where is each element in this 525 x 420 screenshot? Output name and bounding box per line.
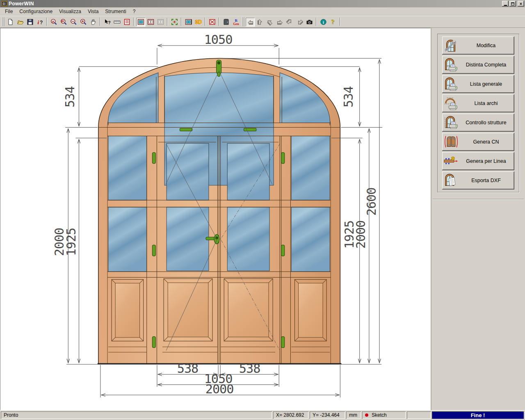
genera-cn-button[interactable]: Genera CN [442, 133, 514, 151]
dim-top-width: 1050 [204, 32, 233, 47]
toolbar-grabber[interactable] [242, 17, 244, 26]
zoom-window-button[interactable]: W [59, 17, 68, 27]
pan-hand-icon [90, 18, 97, 25]
svg-text:3D: 3D [195, 19, 202, 25]
report-list-button[interactable] [122, 17, 132, 27]
leaf-hinge [281, 337, 285, 348]
side-panel: Modifica Distinta Completa Lista general… [431, 28, 525, 410]
window-title: PowerWIN [9, 1, 501, 7]
toolbar-separator [100, 18, 100, 26]
minimize-icon [504, 5, 507, 6]
save-button[interactable] [25, 17, 35, 27]
red-list-icon [123, 18, 130, 25]
title-bar[interactable]: PowerWIN × [0, 0, 525, 7]
menu-configurazione[interactable]: Configurazione [16, 8, 56, 15]
zoom-window-icon: W [60, 18, 67, 25]
app-window: PowerWIN × File Configurazione Visualizz… [0, 0, 525, 420]
button-label: Lista generale [460, 81, 514, 87]
esporta-dxf-button[interactable]: Esporta DXF [442, 171, 514, 189]
view-direction-6-button[interactable] [294, 17, 304, 27]
lista-archi-button[interactable]: Lista archi [442, 94, 514, 112]
view-direction-1-button[interactable] [245, 17, 255, 27]
view-cube-icon [276, 18, 283, 25]
frame-section-button[interactable] [183, 17, 193, 27]
svg-text:?: ? [331, 18, 334, 25]
view-frame-blue-button[interactable] [136, 17, 146, 27]
status-unit: mm [346, 411, 361, 419]
new-file-button[interactable] [5, 17, 15, 27]
distinta-completa-button[interactable]: Distinta Completa [442, 56, 514, 74]
drawing-canvas[interactable]: 1050 534 534 2000 1925 1925 2000 2600 53… [0, 28, 431, 410]
zoom-in-button[interactable] [78, 17, 88, 27]
door-tool-button[interactable] [221, 17, 231, 27]
pan-button[interactable] [88, 17, 98, 27]
3d-icon: 3D [195, 18, 202, 25]
view-cube-icon [257, 18, 264, 25]
door-drawing[interactable]: 1050 534 534 2000 1925 1925 2000 2600 53… [0, 28, 430, 410]
leaf-hinge [152, 337, 155, 348]
about-button[interactable]: i? [35, 17, 45, 27]
new-file-icon [7, 18, 14, 25]
view-cube-icon [296, 18, 303, 25]
zoom-out-button[interactable] [68, 17, 78, 27]
close-button[interactable]: × [518, 1, 524, 7]
sidelight-right-lower-glass [291, 207, 330, 272]
dim-arch-right: 534 [341, 87, 355, 107]
svg-text:W: W [61, 20, 64, 23]
view-3d-button[interactable]: 3D [193, 17, 203, 27]
dim-leaf-left: 538 [177, 361, 199, 376]
transom-hinge [244, 128, 256, 131]
window-printer-icon [442, 57, 460, 72]
menu-bar: File Configurazione Visualizza Vista Str… [0, 7, 525, 16]
controllo-strutture-button[interactable]: Controllo strutture [442, 114, 514, 132]
zoom-all-button[interactable]: A [49, 17, 59, 27]
status-message: Fine ! [432, 411, 524, 419]
camera-icon [306, 18, 313, 25]
leaf-right-upper-glass [227, 144, 269, 200]
restore-button[interactable] [509, 1, 516, 7]
toolbar-separator [181, 18, 182, 26]
view-direction-5-button[interactable] [285, 17, 294, 27]
view-direction-2-button[interactable] [255, 17, 265, 27]
menu-vista[interactable]: Vista [84, 8, 102, 15]
view-frame-outline-button[interactable] [146, 17, 155, 27]
open-file-button[interactable] [15, 17, 25, 27]
window-blue-edge-icon [185, 18, 192, 25]
zoom-all-icon: A [50, 18, 57, 25]
toolbar-separator [316, 18, 317, 26]
measure-button[interactable] [112, 17, 122, 27]
edit-window-wrench-icon [442, 38, 460, 53]
button-label: Modifica [460, 43, 514, 48]
red-x-box-icon [209, 18, 216, 25]
view-direction-4-button[interactable] [275, 17, 285, 27]
menu-file[interactable]: File [2, 8, 16, 15]
menu-help[interactable]: ? [130, 8, 139, 15]
sidelight-left-upper-glass [108, 136, 147, 200]
center-target-button[interactable] [169, 17, 179, 27]
help-button[interactable]: ?? [328, 17, 338, 27]
lista-generale-button[interactable]: Lista generale [442, 75, 514, 93]
genera-per-linea-button[interactable]: Genera per Linea [442, 152, 514, 170]
info-button[interactable]: i [318, 17, 328, 27]
minimize-button[interactable] [502, 1, 509, 7]
modifica-button[interactable]: Modifica [442, 37, 514, 55]
toolbar-grabber[interactable] [2, 17, 5, 26]
toolbar: i? A W ? 3D RGen i ?? [0, 16, 525, 28]
status-y-coordinate: Y= -234.464 [310, 411, 345, 419]
record-dot-icon [365, 413, 368, 417]
context-help-button[interactable]: ? [102, 17, 112, 27]
regen-button[interactable]: RGen [231, 17, 241, 27]
svg-text:?: ? [40, 19, 43, 25]
snapshot-button[interactable] [304, 17, 314, 27]
menu-strumenti[interactable]: Strumenti [102, 8, 129, 15]
delete-frame-button[interactable] [207, 17, 217, 27]
dim-total-height: 2600 [364, 188, 379, 216]
status-bar: Pronto X= 2802.692 Y= -234.464 mm Sketch… [0, 410, 525, 420]
view-frame-gray-button[interactable] [155, 17, 165, 27]
button-label: Distinta Completa [460, 62, 514, 68]
toolbar-separator [219, 18, 219, 26]
view-direction-3-button[interactable] [265, 17, 275, 27]
close-icon: × [520, 2, 522, 6]
menu-visualizza[interactable]: Visualizza [56, 8, 84, 15]
status-ready: Pronto [1, 411, 272, 419]
